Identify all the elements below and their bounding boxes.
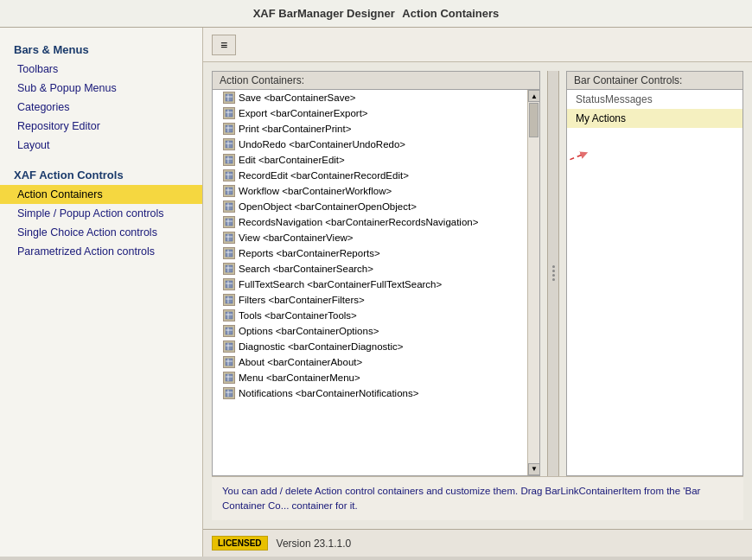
item-icon-undoredo — [223, 138, 235, 150]
svg-rect-3 — [226, 110, 233, 117]
item-label-search: Search <barContainerSearch> — [239, 264, 373, 274]
svg-rect-0 — [226, 94, 233, 101]
xaf-section: XAF Action Controls — [0, 163, 202, 185]
item-icon-recordsnavigation — [223, 216, 235, 228]
action-containers-list[interactable]: Save <barContainerSave>Export <barContai… — [213, 90, 527, 475]
item-icon-export — [223, 107, 235, 119]
action-container-item-undoredo[interactable]: UndoRedo <barContainerUndoRedo> — [213, 137, 527, 152]
item-label-filters: Filters <barContainerFilters> — [239, 295, 365, 305]
bar-item-statusmessages[interactable]: StatusMessages — [567, 90, 742, 109]
item-icon-fulltextsearch — [223, 278, 235, 290]
info-bar: You can add / delete Action control cont… — [212, 476, 743, 521]
svg-rect-24 — [226, 219, 233, 226]
item-label-notifications: Notifications <barContainerNotifications… — [239, 388, 418, 398]
item-icon-tools — [223, 309, 235, 321]
action-container-item-fulltextsearch[interactable]: FullTextSearch <barContainerFullTextSear… — [213, 277, 527, 292]
item-label-recordedit: RecordEdit <barContainerRecordEdit> — [239, 170, 409, 181]
panels-row: Action Containers: Save <barContainerSav… — [212, 71, 743, 476]
svg-rect-57 — [226, 390, 233, 397]
main-content: Action Containers: Save <barContainerSav… — [203, 62, 752, 529]
action-container-item-tools[interactable]: Tools <barContainerTools> — [213, 308, 527, 323]
svg-rect-12 — [226, 156, 233, 163]
action-container-item-edit[interactable]: Edit <barContainerEdit> — [213, 152, 527, 168]
svg-rect-18 — [226, 188, 233, 194]
item-icon-menu — [223, 372, 235, 384]
action-container-item-workflow[interactable]: Workflow <barContainerWorkflow> — [213, 183, 527, 199]
item-icon-notifications — [223, 387, 235, 399]
title-prefix: XAF BarManager Designer — [253, 7, 395, 20]
svg-rect-48 — [226, 343, 233, 350]
sidebar: Bars & Menus Toolbars Sub & Popup Menus … — [0, 28, 203, 557]
status-bar: LICENSED Version 23.1.1.0 — [203, 529, 752, 557]
sidebar-item-toolbars[interactable]: Toolbars — [0, 60, 202, 79]
action-container-item-view[interactable]: View <barContainerView> — [213, 230, 527, 245]
sidebar-item-parametrized[interactable]: Parametrized Action controls — [0, 242, 202, 261]
item-label-diagnostic: Diagnostic <barContainerDiagnostic> — [239, 341, 404, 352]
svg-rect-45 — [226, 328, 233, 334]
svg-rect-15 — [226, 172, 233, 179]
bar-container-title: Bar Container Controls: — [567, 72, 742, 90]
svg-rect-27 — [226, 234, 233, 241]
sidebar-item-single-choice[interactable]: Single Choice Action controls — [0, 223, 202, 242]
svg-rect-30 — [226, 250, 233, 257]
svg-rect-21 — [226, 203, 233, 210]
svg-rect-6 — [226, 125, 233, 132]
bar-container-list[interactable]: StatusMessagesMy Actions — [567, 90, 742, 475]
item-icon-filters — [223, 294, 235, 306]
item-icon-reports — [223, 247, 235, 259]
align-icon: ≡ — [220, 38, 227, 52]
svg-rect-36 — [226, 281, 233, 288]
action-container-item-save[interactable]: Save <barContainerSave> — [213, 90, 527, 105]
item-icon-recordedit — [223, 169, 235, 181]
item-label-fulltextsearch: FullTextSearch <barContainerFullTextSear… — [239, 279, 442, 290]
scrollbar-thumb[interactable] — [529, 103, 539, 137]
align-button[interactable]: ≡ — [212, 35, 236, 55]
action-container-item-openobject[interactable]: OpenObject <barContainerOpenObject> — [213, 199, 527, 214]
item-icon-workflow — [223, 185, 235, 197]
svg-rect-9 — [226, 141, 233, 148]
bar-item-myactions[interactable]: My Actions — [567, 109, 742, 128]
action-container-item-recordsnavigation[interactable]: RecordsNavigation <barContainerRecordsNa… — [213, 214, 527, 230]
title-bar: XAF BarManager Designer Action Container… — [0, 0, 752, 28]
scroll-down-btn[interactable]: ▼ — [528, 463, 539, 475]
item-label-edit: Edit <barContainerEdit> — [239, 155, 345, 165]
action-container-item-export[interactable]: Export <barContainerExport> — [213, 105, 527, 121]
action-container-item-menu[interactable]: Menu <barContainerMenu> — [213, 370, 527, 385]
splitter-vertical[interactable] — [547, 71, 559, 476]
action-container-item-filters[interactable]: Filters <barContainerFilters> — [213, 292, 527, 308]
item-label-reports: Reports <barContainerReports> — [239, 248, 380, 258]
action-container-item-reports[interactable]: Reports <barContainerReports> — [213, 245, 527, 261]
sidebar-item-simple-popup[interactable]: Simple / Popup Action controls — [0, 204, 202, 223]
scroll-up-btn[interactable]: ▲ — [528, 90, 539, 102]
action-container-item-notifications[interactable]: Notifications <barContainerNotifications… — [213, 385, 527, 401]
action-container-item-recordedit[interactable]: RecordEdit <barContainerRecordEdit> — [213, 168, 527, 183]
item-icon-openobject — [223, 200, 235, 213]
sidebar-item-repository-editor[interactable]: Repository Editor — [0, 117, 202, 136]
sidebar-item-sub-popup-menus[interactable]: Sub & Popup Menus — [0, 79, 202, 98]
action-container-item-print[interactable]: Print <barContainerPrint> — [213, 121, 527, 137]
item-label-save: Save <barContainerSave> — [239, 92, 356, 103]
item-label-about: About <barContainerAbout> — [239, 357, 362, 367]
item-icon-options — [223, 325, 235, 337]
item-label-openobject: OpenObject <barContainerOpenObject> — [239, 201, 417, 212]
content-area: ≡ Action Containers: Save <barContainerS… — [203, 28, 752, 557]
scrollbar-track[interactable]: ▲ ▼ — [527, 90, 539, 475]
svg-rect-54 — [226, 374, 233, 381]
item-label-view: View <barContainerView> — [239, 232, 354, 243]
title-main: Action Containers — [402, 7, 499, 20]
item-label-tools: Tools <barContainerTools> — [239, 310, 357, 321]
action-container-item-search[interactable]: Search <barContainerSearch> — [213, 261, 527, 277]
version-text: Version 23.1.1.0 — [277, 538, 352, 550]
item-icon-print — [223, 123, 235, 135]
action-containers-title: Action Containers: — [213, 72, 539, 90]
sidebar-item-action-containers[interactable]: Action Containers — [0, 185, 202, 204]
sidebar-item-layout[interactable]: Layout — [0, 136, 202, 155]
item-label-export: Export <barContainerExport> — [239, 108, 368, 118]
action-container-item-options[interactable]: Options <barContainerOptions> — [213, 323, 527, 339]
action-container-item-about[interactable]: About <barContainerAbout> — [213, 354, 527, 370]
bars-menus-section: Bars & Menus — [0, 38, 202, 60]
sidebar-item-categories[interactable]: Categories — [0, 98, 202, 117]
item-icon-diagnostic — [223, 340, 235, 353]
licensed-badge: LICENSED — [212, 536, 268, 550]
action-container-item-diagnostic[interactable]: Diagnostic <barContainerDiagnostic> — [213, 339, 527, 354]
